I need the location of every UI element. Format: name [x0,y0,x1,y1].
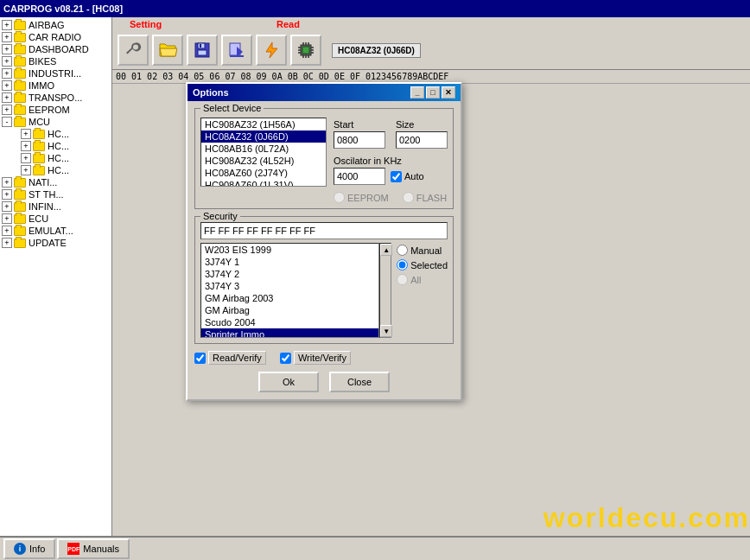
modal-close-btn[interactable]: ✕ [442,86,455,99]
bottom-bar: i Info PDF Manuals [0,536,750,560]
folder-icon-emulat [14,226,26,236]
security-item-sprinter[interactable]: Sprinter Immo [201,328,378,338]
eeprom-radio-item: EEPROM [334,192,389,203]
sidebar-item-ecu[interactable]: + ECU [0,213,111,225]
eeprom-radio[interactable] [334,192,345,203]
sidebar-item-industri[interactable]: + INDUSTRI... [0,67,111,80]
info-button[interactable]: i Info [3,538,55,559]
selected-radio[interactable] [397,259,408,270]
expand-icon-immo[interactable]: + [2,80,12,91]
select-device-label: Select Device [200,103,264,113]
expand-icon-eeprom[interactable]: + [2,105,12,115]
expand-icon-mcu[interactable]: - [2,117,12,127]
expand-icon-emulat[interactable]: + [2,226,12,236]
sidebar-item-nati[interactable]: + NATI... [0,176,111,188]
modal-minimize-btn[interactable]: _ [410,86,424,99]
expand-icon-infin[interactable]: + [2,201,12,212]
device-item-2[interactable]: HC08AZ32 (0J66D) [201,130,326,143]
sidebar-item-emulat[interactable]: + EMULAT... [0,225,111,237]
folder-icon-update [14,239,26,248]
security-item-3j74y1[interactable]: 3J74Y 1 [201,256,378,268]
folder-icon-airbag [14,21,26,30]
expand-icon-hc1[interactable]: + [21,129,31,139]
expand-icon-bikes[interactable]: + [2,56,12,67]
device-item-1[interactable]: HC908AZ32 (1H56A) [201,118,326,130]
title-text: CARPROG v08.21 - [HC08] [3,3,123,14]
device-item-6[interactable]: HC908AZ60 (1L31V) [201,179,326,187]
sidebar-item-transpo[interactable]: + TRANSPO... [0,92,111,104]
sidebar-item-car-radio[interactable]: + CAR RADIO [0,31,111,43]
security-item-scudo[interactable]: Scudo 2004 [201,316,378,328]
sidebar-item-update[interactable]: + UPDATE [0,237,111,249]
sidebar-label-emulat: EMULAT... [29,226,73,236]
auto-checkbox[interactable] [391,171,402,182]
device-item-4[interactable]: HC908AZ32 (4L52H) [201,155,326,167]
sidebar-item-hc4[interactable]: + HC... [0,164,111,176]
expand-icon-update[interactable]: + [2,238,12,248]
sidebar-label-update: UPDATE [29,238,67,248]
main-area: Setting Read [112,17,750,560]
folder-icon-industri [14,69,26,79]
expand-icon-dashboard[interactable]: + [2,44,12,54]
close-button[interactable]: Close [329,372,390,392]
sidebar-item-airbag[interactable]: + AIRBAG [0,19,111,31]
size-field-group: Size [396,119,448,149]
security-list[interactable]: W203 EIS 1999 3J74Y 1 3J74Y 2 3J74Y 3 GM… [200,243,379,338]
sidebar-item-bikes[interactable]: + BIKES [0,55,111,67]
ok-button[interactable]: Ok [258,372,319,392]
all-radio[interactable] [397,274,408,285]
expand-icon-hc2[interactable]: + [21,141,31,151]
size-input[interactable] [396,131,448,149]
security-item-gmairbag[interactable]: GM Airbag [201,304,378,316]
sidebar-item-hc1[interactable]: + HC... [0,128,111,140]
sidebar-item-hc2[interactable]: + HC... [0,140,111,152]
device-list[interactable]: HC908AZ32 (1H56A) HC08AZ32 (0J66D) HC08A… [200,118,327,187]
expand-icon-transpo[interactable]: + [2,92,12,103]
sidebar-item-dashboard[interactable]: + DASHBOARD [0,43,111,55]
modal-title-bar: Options _ □ ✕ [188,84,461,101]
security-item-3j74y2[interactable]: 3J74Y 2 [201,268,378,280]
sidebar-item-stth[interactable]: + ST TH... [0,188,111,200]
modal-body: Select Device HC908AZ32 (1H56A) HC08AZ32… [188,101,461,399]
manuals-button[interactable]: PDF Manuals [57,538,130,559]
security-radio-options: Manual Selected All [397,245,448,285]
sidebar-item-infin[interactable]: + INFIN... [0,200,111,213]
modal-maximize-btn[interactable]: □ [426,86,440,99]
content-area: + AIRBAG + CAR RADIO + DASHBOARD + BIKES [0,17,750,560]
modal-title-buttons: _ □ ✕ [410,86,455,99]
folder-icon-stth [14,190,26,200]
write-verify-label: Write/Verify [294,351,351,365]
device-item-5[interactable]: HC08AZ60 (2J74Y) [201,167,326,179]
sidebar-item-immo[interactable]: + IMMO [0,80,111,92]
expand-icon-car-radio[interactable]: + [2,32,12,42]
flash-radio[interactable] [403,192,414,203]
osc-input[interactable] [334,168,385,185]
osc-label: Oscilator in KHz [334,156,424,166]
security-item-3j74y3[interactable]: 3J74Y 3 [201,280,378,292]
expand-icon-hc4[interactable]: + [21,165,31,175]
sidebar-item-eeprom[interactable]: + EEPROM [0,104,111,116]
read-verify-checkbox[interactable] [194,353,206,364]
scroll-up-btn[interactable]: ▲ [380,244,392,256]
expand-icon-stth[interactable]: + [2,189,12,200]
sidebar-item-mcu[interactable]: - MCU [0,116,111,128]
security-item-w203[interactable]: W203 EIS 1999 [201,244,378,256]
security-list-with-scroll: W203 EIS 1999 3J74Y 1 3J74Y 2 3J74Y 3 GM… [200,243,391,338]
expand-icon-industri[interactable]: + [2,68,12,79]
folder-icon-nati [14,178,26,188]
expand-icon-airbag[interactable]: + [2,20,12,30]
security-value-input[interactable] [200,222,448,239]
manual-radio[interactable] [397,245,408,256]
security-scrollbar[interactable]: ▲ ▼ [379,243,391,338]
eeprom-label: EEPROM [347,193,389,203]
device-item-3[interactable]: HC08AB16 (0L72A) [201,143,326,155]
security-section: Security W203 EIS 1999 3J74Y 1 3J74Y 2 [194,216,454,344]
security-item-gmairbag2003[interactable]: GM Airbag 2003 [201,292,378,304]
scroll-down-btn[interactable]: ▼ [380,325,392,337]
expand-icon-ecu[interactable]: + [2,213,12,224]
sidebar-item-hc3[interactable]: + HC... [0,152,111,164]
write-verify-checkbox[interactable] [280,353,291,364]
expand-icon-nati[interactable]: + [2,177,12,188]
start-input[interactable] [334,131,385,149]
expand-icon-hc3[interactable]: + [21,153,31,163]
